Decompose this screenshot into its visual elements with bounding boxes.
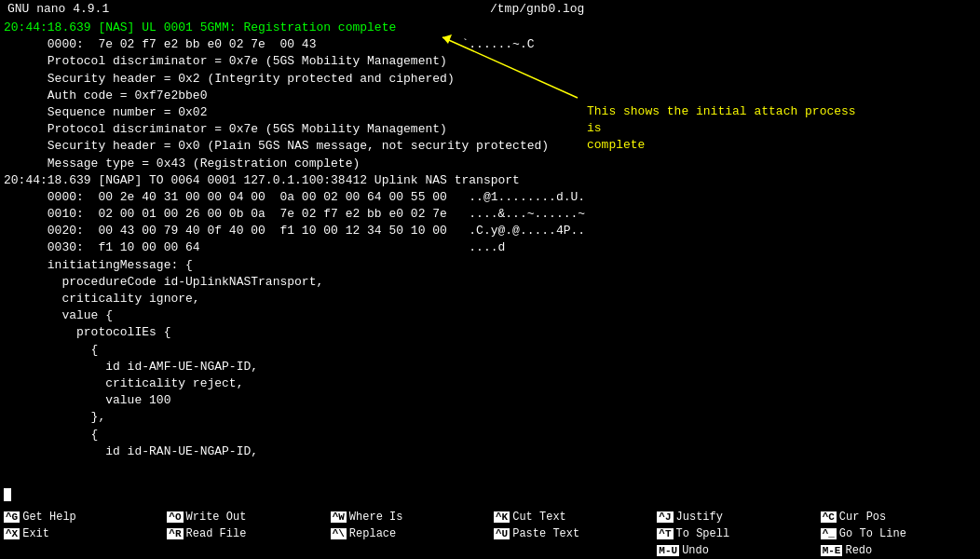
editor-line-21: criticality reject,	[4, 375, 976, 392]
command-row-1: ^G Get Help ^O Write Out ^W Where Is ^K …	[0, 509, 980, 525]
key-go-to-line: ^_	[821, 528, 837, 539]
key-cut-text: ^K	[494, 511, 510, 523]
annotation-text: This shows the initial attach process is…	[587, 103, 876, 155]
cmd-go-to-line[interactable]: ^_ Go To Line	[817, 525, 980, 542]
editor-line-15: procedureCode id-UplinkNASTransport,	[4, 274, 976, 291]
editor-line-22: value 100	[4, 392, 976, 409]
cmd-paste-text[interactable]: ^U Paste Text	[490, 525, 653, 542]
title-right	[965, 2, 973, 16]
label-undo: Undo	[682, 544, 709, 557]
editor-line-1: 0000: 7e 02 f7 e2 bb e0 02 7e 00 43 `...…	[4, 36, 976, 53]
editor-line-23: },	[4, 409, 976, 426]
cmd-get-help[interactable]: ^G Get Help	[0, 509, 163, 525]
editor-line-12: 0020: 00 43 00 79 40 0f 40 00 f1 10 00 1…	[4, 223, 976, 239]
editor-line-3: Security header = 0x2 (Integrity protect…	[4, 71, 976, 88]
editor-line-20: id id-AMF-UE-NGAP-ID,	[4, 359, 976, 375]
key-justify: ^J	[657, 511, 673, 523]
editor-line-24: {	[4, 427, 976, 443]
file-path: /tmp/gnb0.log	[490, 2, 584, 16]
label-to-spell: To Spell	[676, 527, 730, 540]
editor-line-17: value {	[4, 307, 976, 324]
cmd-replace[interactable]: ^\ Replace	[327, 525, 490, 542]
key-cur-pos: ^C	[821, 511, 837, 523]
key-exit: ^X	[4, 528, 20, 539]
cmd-to-spell[interactable]: ^T To Spell	[653, 525, 816, 542]
cursor	[4, 487, 11, 501]
label-cur-pos: Cur Pos	[839, 511, 886, 524]
cmd-cut-text[interactable]: ^K Cut Text	[490, 509, 653, 525]
editor-line-18: protocolIEs {	[4, 324, 976, 341]
key-write-out: ^O	[167, 511, 183, 523]
editor-line-14: initiatingMessage: {	[4, 257, 976, 274]
editor-line-10: 0000: 00 2e 40 31 00 00 04 00 0a 00 02 0…	[4, 189, 976, 206]
editor-line-11: 0010: 02 00 01 00 26 00 0b 0a 7e 02 f7 e…	[4, 206, 976, 223]
editor-line-25: id id-RAN-UE-NGAP-ID,	[4, 443, 976, 460]
editor-line-0: 20:44:18.639 [NAS] UL 0001 5GMM: Registr…	[4, 20, 976, 36]
cmd-undo[interactable]: M-U Undo	[653, 542, 816, 559]
label-cut-text: Cut Text	[512, 511, 566, 524]
cmd-cur-pos[interactable]: ^C Cur Pos	[817, 509, 980, 525]
cmd-justify[interactable]: ^J Justify	[653, 509, 816, 525]
cmd-read-file[interactable]: ^R Read File	[163, 525, 326, 542]
cmd-where-is[interactable]: ^W Where Is	[327, 509, 490, 525]
key-redo: M-E	[821, 545, 843, 556]
command-row-3: M-U Undo M-E Redo	[0, 542, 980, 559]
label-write-out: Write Out	[186, 511, 247, 524]
key-replace: ^\	[331, 528, 347, 539]
cmd-write-out[interactable]: ^O Write Out	[163, 509, 326, 525]
bottom-command-bar: ^G Get Help ^O Write Out ^W Where Is ^K …	[0, 509, 980, 559]
key-where-is: ^W	[331, 511, 347, 523]
key-paste-text: ^U	[494, 528, 510, 539]
editor-line-2: Protocol discriminator = 0x7e (5GS Mobil…	[4, 53, 976, 70]
label-exit: Exit	[22, 527, 49, 540]
command-row-2: ^X Exit ^R Read File ^\ Replace ^U Paste…	[0, 525, 980, 542]
cmd-exit[interactable]: ^X Exit	[0, 525, 163, 542]
label-get-help: Get Help	[22, 511, 76, 524]
key-undo: M-U	[657, 545, 679, 556]
editor-line-19: {	[4, 342, 976, 359]
title-bar: GNU nano 4.9.1 /tmp/gnb0.log	[0, 0, 980, 18]
key-get-help: ^G	[4, 511, 20, 523]
cmd-redo[interactable]: M-E Redo	[817, 542, 980, 559]
editor-line-16: criticality ignore,	[4, 291, 976, 307]
key-to-spell: ^T	[657, 528, 673, 539]
editor-line-13: 0030: f1 10 00 00 64 ....d	[4, 239, 976, 256]
editor-line-8: Message type = 0x43 (Registration comple…	[4, 156, 976, 172]
editor-area[interactable]: 20:44:18.639 [NAS] UL 0001 5GMM: Registr…	[0, 18, 980, 509]
label-paste-text: Paste Text	[512, 527, 579, 540]
label-replace: Replace	[349, 527, 396, 540]
editor-line-9: 20:44:18.639 [NGAP] TO 0064 0001 127.0.1…	[4, 172, 976, 189]
app: GNU nano 4.9.1 /tmp/gnb0.log 20:44:18.63…	[0, 0, 980, 559]
editor-line-4: Auth code = 0xf7e2bbe0	[4, 88, 976, 104]
key-read-file: ^R	[167, 528, 183, 539]
label-redo: Redo	[845, 544, 872, 557]
label-read-file: Read File	[186, 527, 247, 540]
label-where-is: Where Is	[349, 511, 403, 524]
app-name: GNU nano 4.9.1	[7, 2, 109, 16]
label-go-to-line: Go To Line	[839, 527, 906, 540]
label-justify: Justify	[676, 511, 723, 524]
